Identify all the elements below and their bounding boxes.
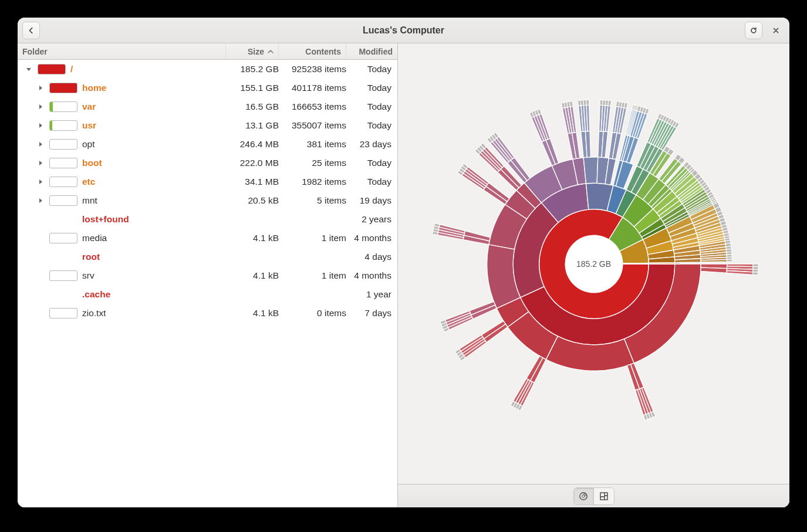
folder-name: root — [82, 252, 100, 262]
folder-name: zio.txt — [82, 308, 106, 318]
chart-footer — [398, 484, 789, 507]
modified-cell: 4 months — [346, 270, 391, 281]
refresh-button[interactable] — [745, 22, 762, 39]
folder-tree-pane: Folder Size Contents Modified /185.2 GB9… — [18, 43, 398, 507]
folder-name: .cache — [82, 289, 110, 300]
size-bar — [49, 195, 77, 206]
size-cell: 155.1 GB — [226, 83, 279, 93]
chevron-right-icon[interactable] — [36, 198, 45, 204]
tree-row[interactable]: usr13.1 GB355007 itemsToday — [18, 116, 397, 135]
contents-cell: 1982 items — [279, 177, 346, 187]
column-header-modified[interactable]: Modified — [346, 43, 397, 59]
tree-row[interactable]: zio.txt4.1 kB0 items7 days — [18, 304, 397, 323]
chevron-right-icon[interactable] — [36, 85, 45, 91]
view-mode-treemap-button[interactable] — [594, 488, 614, 504]
size-cell: 16.5 GB — [226, 101, 279, 112]
folder-name: boot — [82, 158, 102, 168]
tree-row[interactable]: var16.5 GB166653 itemsToday — [18, 97, 397, 116]
size-cell: 222.0 MB — [226, 158, 279, 168]
chevron-down-icon[interactable] — [25, 66, 33, 72]
size-bar — [49, 308, 77, 318]
folder-name: srv — [82, 270, 94, 281]
size-cell: 185.2 GB — [226, 64, 279, 74]
content-area: Folder Size Contents Modified /185.2 GB9… — [18, 43, 789, 507]
contents-cell: 1 item — [279, 233, 346, 243]
size-bar — [49, 270, 77, 281]
folder-name: opt — [82, 139, 95, 150]
rings-icon — [579, 492, 588, 501]
size-cell: 13.1 GB — [226, 120, 279, 131]
size-cell: 20.5 kB — [226, 195, 279, 206]
modified-cell: 23 days — [346, 139, 391, 150]
chevron-right-icon[interactable] — [36, 123, 45, 128]
contents-cell: 381 items — [279, 139, 346, 150]
contents-cell: 925238 items — [279, 64, 346, 74]
size-cell: 4.1 kB — [226, 270, 279, 281]
size-bar — [49, 120, 77, 131]
column-header-folder[interactable]: Folder — [18, 43, 226, 59]
chevron-right-icon[interactable] — [36, 104, 45, 110]
size-bar — [49, 101, 77, 112]
chevron-right-icon[interactable] — [36, 160, 45, 166]
sunburst-edge — [753, 264, 758, 267]
modified-cell: 2 years — [346, 214, 391, 225]
folder-name: media — [82, 233, 107, 243]
chevron-right-icon[interactable] — [36, 179, 45, 185]
chevron-right-icon[interactable] — [36, 141, 45, 147]
tree-row[interactable]: opt246.4 MB381 items23 days — [18, 135, 397, 154]
contents-cell: 355007 items — [279, 120, 346, 131]
tree-row[interactable]: boot222.0 MB25 itemsToday — [18, 154, 397, 172]
modified-cell: 19 days — [346, 195, 391, 206]
sunburst-slice[interactable] — [700, 267, 727, 273]
sunburst-slice[interactable] — [649, 262, 674, 263]
size-bar — [49, 158, 77, 168]
modified-cell: Today — [346, 158, 391, 168]
sunburst-edge — [569, 101, 573, 106]
close-icon — [772, 26, 780, 35]
sunburst-edge — [624, 103, 627, 109]
sunburst-edge — [752, 272, 758, 275]
sunburst-edge — [727, 259, 732, 262]
sunburst-slice[interactable] — [622, 263, 648, 264]
modified-cell: Today — [346, 177, 391, 187]
size-bar — [49, 139, 77, 150]
contents-cell: 5 items — [279, 195, 346, 206]
tree-row[interactable]: root4 days — [18, 248, 397, 266]
tree-row[interactable]: media4.1 kB1 item4 months — [18, 229, 397, 248]
tree-row[interactable]: home155.1 GB401178 itemsToday — [18, 79, 397, 97]
contents-cell: 1 item — [279, 270, 346, 281]
sunburst-slice[interactable] — [701, 259, 727, 262]
size-bar — [38, 64, 66, 74]
tree-row[interactable]: srv4.1 kB1 item4 months — [18, 266, 397, 285]
sunburst-slice[interactable] — [583, 157, 598, 183]
tree-row[interactable]: mnt20.5 kB5 items19 days — [18, 191, 397, 210]
back-button[interactable] — [22, 22, 40, 39]
tree-row[interactable]: .cache1 year — [18, 285, 397, 304]
tree-body[interactable]: /185.2 GB925238 itemsTodayhome155.1 GB40… — [18, 60, 397, 507]
sunburst-center[interactable] — [565, 235, 623, 293]
modified-cell: Today — [346, 83, 391, 93]
svg-rect-2 — [600, 493, 607, 500]
column-header-contents[interactable]: Contents — [279, 43, 346, 59]
svg-point-1 — [582, 494, 585, 497]
view-mode-rings-button[interactable] — [574, 488, 594, 504]
column-header-size[interactable]: Size — [226, 43, 279, 59]
close-button[interactable] — [767, 22, 785, 39]
tree-row[interactable]: /185.2 GB925238 itemsToday — [18, 60, 397, 79]
view-mode-toggle — [573, 487, 614, 505]
sunburst-chart[interactable]: 185.2 GB — [398, 43, 789, 484]
modified-cell: 4 days — [346, 252, 391, 262]
folder-name: mnt — [82, 195, 97, 206]
modified-cell: Today — [346, 64, 391, 74]
app-window: Lucas's Computer Folder Size Contents Mo… — [18, 18, 789, 507]
modified-cell: Today — [346, 120, 391, 131]
contents-cell: 25 items — [279, 158, 346, 168]
tree-header: Folder Size Contents Modified — [18, 43, 397, 60]
modified-cell: 1 year — [346, 289, 391, 300]
treemap-icon — [599, 492, 609, 501]
tree-row[interactable]: lost+found2 years — [18, 210, 397, 229]
tree-row[interactable]: etc34.1 MB1982 itemsToday — [18, 172, 397, 191]
folder-name: / — [70, 64, 73, 74]
size-cell: 4.1 kB — [226, 233, 279, 243]
folder-name: lost+found — [82, 214, 129, 225]
